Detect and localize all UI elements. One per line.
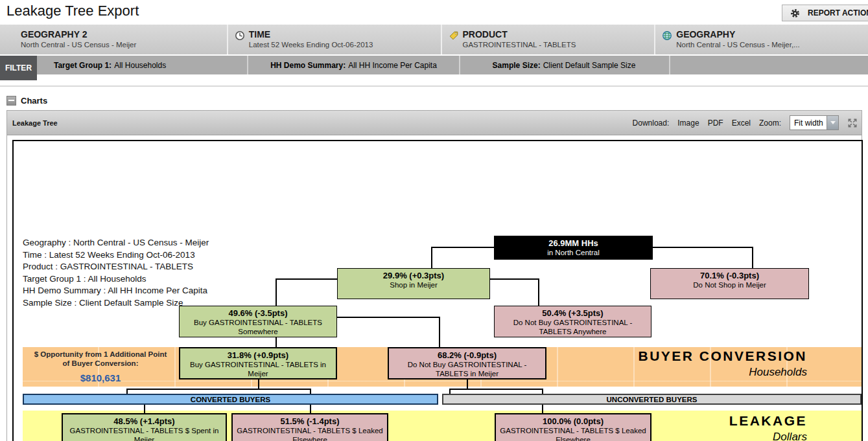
node-label: GASTROINTESTINAL - TABLETS $ Leaked Else…	[496, 427, 650, 441]
node-value: 51.5% (-1.4pts)	[233, 414, 387, 427]
node-label: Buy GASTROINTESTINAL - TABLETS in Meijer	[180, 361, 336, 378]
leakage-tree-canvas: Geography : North Central - US Census - …	[12, 140, 863, 441]
header-section-time[interactable]: TIME Latest 52 Weeks Ending Oct-06-2013	[227, 25, 441, 54]
report-action-label: REPORT ACTION	[808, 8, 868, 17]
report-action-button[interactable]: REPORT ACTION	[782, 5, 868, 21]
opportunity-text-line2: of Buyer Conversion:	[26, 359, 175, 368]
tree-connector	[538, 278, 539, 306]
zoom-select-value: Fit width	[790, 119, 823, 128]
node-value: 31.8% (+0.9pts)	[180, 348, 336, 361]
node-label: Do Not Shop in Meijer	[651, 281, 808, 290]
filter-item-target-group[interactable]: Target Group 1: All Households	[37, 56, 248, 74]
zoom-label: Zoom:	[759, 119, 781, 128]
leakage-title: LEAKAGE	[729, 413, 807, 429]
node-value: 26.9MM HHs	[495, 236, 652, 249]
toolbar-controls: Download: Image PDF Excel Zoom: Fit widt…	[633, 115, 862, 130]
tag-icon	[449, 30, 459, 41]
filter-item-label: HH Demo Summary:	[270, 61, 346, 70]
filter-item-sample-size[interactable]: Sample Size: Client Default Sample Size	[459, 56, 670, 74]
node-value: 49.6% (-3.5pts)	[180, 306, 336, 319]
tree-connector	[542, 405, 543, 413]
tree-connector	[449, 389, 543, 390]
node-label: GASTROINTESTINAL - TABLETS $ Leaked Else…	[233, 427, 387, 441]
section-value: Latest 52 Weeks Ending Oct-06-2013	[249, 40, 373, 50]
report-header-bar: GEOGRAPHY 2 North Central - US Census - …	[0, 25, 868, 54]
filter-bar: FILTER Target Group 1: All Households HH…	[0, 56, 868, 74]
zoom-select[interactable]: Fit width	[790, 115, 839, 130]
tree-node-leaked-total: 100.0% (0.0pts) GASTROINTESTINAL - TABLE…	[495, 413, 651, 441]
tree-node-no-buy-in-meijer: 68.2% (-0.9pts) Do Not Buy GASTROINTESTI…	[388, 347, 546, 379]
buyer-conversion-subtitle: Households	[749, 366, 807, 379]
tree-connector	[653, 247, 752, 248]
tree-node-no-buy-anywhere: 50.4% (+3.5pts) Do Not Buy GASTROINTESTI…	[494, 306, 651, 337]
globe-icon	[662, 30, 672, 41]
collapse-minus-icon[interactable]	[6, 96, 16, 106]
filter-item-label: Target Group 1:	[54, 61, 111, 70]
node-label: in North Central	[495, 249, 652, 258]
tree-connector	[310, 405, 311, 413]
chart-toolbar: Leakage Tree Download: Image PDF Excel Z…	[7, 111, 862, 135]
expand-fullscreen-icon[interactable]	[847, 118, 858, 128]
section-value: North Central - US Census - Meijer,...	[676, 40, 799, 50]
tree-connector	[337, 317, 439, 318]
filter-item-value: All HH Income Per Capita	[348, 61, 437, 70]
chevron-down-icon[interactable]	[827, 116, 838, 130]
tree-connector	[126, 389, 311, 390]
clock-icon	[235, 30, 245, 41]
filter-tab[interactable]: FILTER	[0, 56, 37, 80]
tree-node-buy-in-meijer: 31.8% (+0.9pts) Buy GASTROINTESTINAL - T…	[179, 347, 337, 379]
tree-connector	[752, 247, 753, 268]
gear-icon	[790, 8, 800, 18]
chart-title: Leakage Tree	[12, 119, 58, 127]
section-title: GEOGRAPHY 2	[21, 29, 136, 40]
unconverted-buyers-bar: UNCONVERTED BUYERS	[442, 394, 862, 405]
info-line-target-group: Target Group 1 : All Households	[23, 273, 209, 286]
download-excel-link[interactable]: Excel	[732, 119, 751, 128]
report-info-block: Geography : North Central - US Census - …	[23, 237, 209, 309]
tree-node-spent-in-meijer: 48.5% (+1.4pts) GASTROINTESTINAL - TABLE…	[62, 413, 227, 441]
tree-connector	[490, 278, 538, 280]
filter-item-hh-demo-summary[interactable]: HH Demo Summary: All HH Income Per Capit…	[248, 56, 460, 74]
node-value: 100.0% (0.0pts)	[496, 414, 650, 427]
section-value: GASTROINTESTINAL - TABLETS	[463, 40, 576, 50]
tree-connector	[276, 278, 337, 280]
tree-connector	[439, 317, 440, 347]
tree-connector	[144, 405, 145, 413]
converted-buyers-bar: CONVERTED BUYERS	[23, 394, 438, 405]
info-line-product: Product : GASTROINTESTINAL - TABLETS	[23, 261, 209, 273]
info-line-time: Time : Latest 52 Weeks Ending Oct-06-201…	[23, 249, 209, 262]
filter-item-label: Sample Size:	[493, 61, 541, 70]
download-image-link[interactable]: Image	[677, 119, 699, 128]
header-section-geography2[interactable]: GEOGRAPHY 2 North Central - US Census - …	[0, 25, 227, 54]
tree-connector	[276, 278, 277, 306]
title-bar: Leakage Tree Export REPORT ACTION	[0, 0, 868, 25]
node-value: 70.1% (-0.3pts)	[651, 269, 808, 281]
node-value: 48.5% (+1.4pts)	[63, 414, 226, 427]
opportunity-amount: $810,631	[26, 372, 175, 383]
tree-connector	[258, 379, 259, 389]
info-line-geography: Geography : North Central - US Census - …	[23, 237, 209, 249]
node-label: Buy GASTROINTESTINAL - TABLETS Somewhere	[180, 319, 336, 336]
download-pdf-link[interactable]: PDF	[708, 119, 723, 128]
node-label: Shop in Meijer	[338, 281, 489, 290]
tree-connector	[467, 379, 468, 389]
section-value: North Central - US Census - Meijer	[21, 40, 136, 50]
opportunity-text-line1: $ Opportunity from 1 Additional Point	[26, 350, 175, 359]
node-label: GASTROINTESTINAL - TABLETS $ Spent in Me…	[63, 427, 226, 441]
section-title: TIME	[249, 29, 373, 40]
header-section-product[interactable]: PRODUCT GASTROINTESTINAL - TABLETS	[441, 25, 655, 54]
section-title: PRODUCT	[463, 29, 576, 40]
tree-connector	[276, 337, 277, 347]
tree-node-root: 26.9MM HHs in North Central	[494, 236, 653, 260]
header-section-geography[interactable]: GEOGRAPHY North Central - US Census - Me…	[654, 25, 868, 54]
app-root: Leakage Tree Export REPORT ACTION GEOGRA…	[0, 0, 868, 441]
buyer-conversion-title: BUYER CONVERSION	[638, 348, 807, 364]
tree-connector	[431, 247, 494, 248]
charts-section-title: Charts	[21, 96, 47, 106]
opportunity-callout: $ Opportunity from 1 Additional Point of…	[26, 350, 175, 383]
tree-node-leaked-elsewhere: 51.5% (-1.4pts) GASTROINTESTINAL - TABLE…	[231, 413, 388, 441]
tree-connector	[431, 247, 432, 268]
page-title: Leakage Tree Export	[6, 3, 139, 19]
download-label: Download:	[633, 119, 670, 128]
tree-node-buy-somewhere: 49.6% (-3.5pts) Buy GASTROINTESTINAL - T…	[179, 306, 337, 337]
